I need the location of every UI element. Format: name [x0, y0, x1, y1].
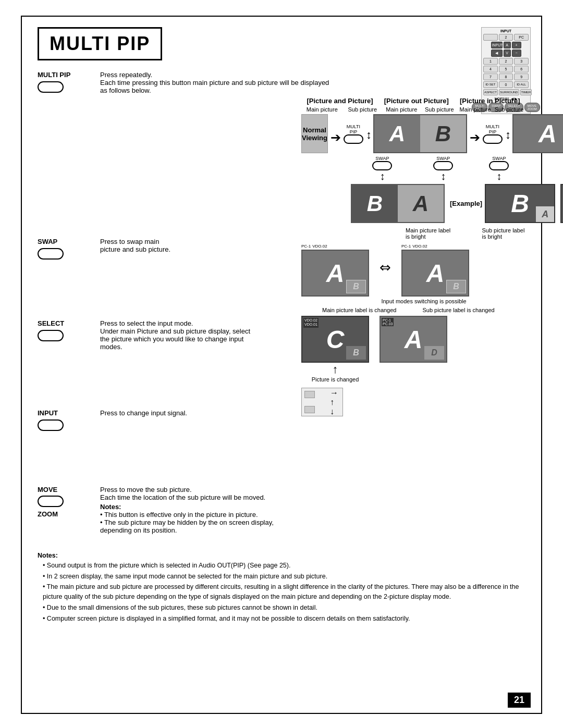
normal-row: Normal Viewing ➔ MULTIPIP ↕ A	[301, 114, 525, 153]
left-controls-area: SWAP Press to swap main picture and sub …	[38, 97, 301, 540]
sub-bright-label: Sub picture label is bright	[482, 227, 525, 240]
zoom-arrows: →↑↓	[330, 388, 338, 416]
pip-sub-labels: Main picture Sub picture	[458, 106, 525, 113]
remote-move-btn: MOVE ZOOM	[524, 103, 540, 112]
arrow-to-pop: ➔	[467, 130, 483, 145]
move-note1: • This button is effective only in the p…	[100, 511, 301, 519]
swap-label-pop: SWAP	[436, 156, 450, 161]
swap-pap-a-screen: A	[398, 185, 444, 222]
pop-outer-frame: A B	[512, 114, 563, 153]
remote-surround: SURROUND	[499, 89, 519, 95]
inp-right-area: PC-1 PC.03 A D	[380, 316, 447, 363]
select-the-text: the picture which you would like to chan…	[100, 335, 301, 343]
note1: • Sound output is from the picture which…	[38, 561, 525, 571]
page-number: 21	[508, 693, 531, 708]
swap-btn-pap[interactable]	[372, 161, 392, 170]
inp-vid-tag: VDO.02 VDO.01	[303, 318, 319, 328]
sel-tag-pc1b: PC-1	[401, 244, 411, 249]
move-button[interactable]	[38, 496, 64, 507]
multi-pip-section: MULTI PIP Press repeatedly. Each time pr…	[38, 71, 525, 94]
swap-pap-screens: B A	[351, 184, 445, 223]
pap-sub-screen: B	[420, 115, 466, 152]
swap-btn-pip[interactable]	[489, 161, 509, 170]
inp-c-screen: VDO.02 VDO.01 C B	[301, 316, 369, 363]
select-under-text: Under main Picture and sub picture displ…	[100, 327, 301, 335]
page-title: MULTI PIP	[50, 33, 150, 55]
swap-arrow-pap: ↕	[380, 170, 385, 182]
bright-labels-row: Main picture label is bright Sub picture…	[301, 227, 525, 240]
swap-pop-sub: A	[536, 206, 554, 222]
inp-a-letter: A	[405, 325, 423, 354]
inp-small-d: D	[424, 346, 444, 360]
swap-arrow-pip: ↕	[496, 170, 501, 182]
multi-pip-button[interactable]	[38, 81, 64, 93]
swap-pap-area: SWAP ↕	[351, 156, 414, 182]
inp-b-letter: B	[353, 348, 359, 357]
move-label-area: MOVE ZOOM	[38, 486, 100, 519]
swap-pap-a-letter: A	[413, 191, 429, 216]
press-repeatedly-text: Press repeatedly.	[100, 71, 525, 79]
spacer-bot	[38, 439, 301, 486]
remote-back-btn: ◀	[491, 50, 503, 57]
multipip-btn-pap-area: MULTIPIP	[344, 124, 363, 144]
remote-num-2: 2	[499, 58, 513, 65]
pop-screens: A B	[512, 114, 563, 153]
remote-a-btn: A	[504, 42, 511, 48]
select-button[interactable]	[38, 330, 64, 341]
remote-id-all: ID ALL	[514, 81, 529, 88]
right-diagrams-area: [Picture and Picture] [Picture out Pictu…	[301, 97, 525, 540]
move-section: MOVE ZOOM Press to move the sub picture.…	[38, 486, 301, 534]
remote-key-3: PC	[514, 34, 529, 41]
remote-id-set: ID SET	[483, 81, 498, 88]
each-time-text: Each time pressing this button main pict…	[100, 79, 525, 87]
multipip-small-btn1[interactable]	[344, 134, 363, 144]
move-text-area: Press to move the sub picture. Each time…	[100, 486, 301, 534]
swap-pip-screens: B A	[560, 184, 563, 223]
ud-arrow-pop: ↕	[505, 128, 511, 142]
ud-arrow-pap: ↕	[366, 128, 372, 142]
sel-right-area: PC-1 VDO.02 A B	[401, 244, 469, 297]
pip-main-label: Main picture	[460, 106, 491, 113]
swap-pip-area: SWAP ↕	[473, 156, 525, 182]
swap-button[interactable]	[38, 248, 64, 260]
remote-num-9: 9	[514, 73, 529, 80]
note4: • Due to the small dimensions of the sub…	[38, 603, 525, 613]
sel-main-screen2: A B	[401, 250, 469, 297]
spacer-top	[38, 97, 301, 238]
pop-header: [Picture out Picture]	[384, 97, 449, 105]
page-container: MULTI PIP INPUT 2 PC INPUT A + ◀ V − 1 2…	[21, 16, 542, 714]
pap-screen-pair: A B	[373, 114, 467, 153]
move-note2: • The sub picture may be hidden by the o…	[100, 519, 301, 534]
remote-key-1	[483, 34, 498, 41]
pap-header: [Picture and Picture]	[307, 97, 373, 105]
swap-btns-row: SWAP ↕ SWAP ↕ SWAP ↕	[301, 156, 525, 182]
inp-up-arrow: ↑	[301, 363, 369, 376]
swap-label-pap: SWAP	[375, 156, 389, 161]
h-double-arrow: ⇔	[380, 260, 391, 276]
input-text-area: Press to change input signal.	[100, 409, 301, 417]
normal-label1: Normal	[303, 126, 326, 134]
remote-minus-btn: −	[512, 50, 521, 57]
remote-num-0: 0	[499, 81, 513, 88]
inp-left-area: VDO.02 VDO.01 C B ↑ Picture is changed	[301, 316, 369, 382]
pap-b-letter: B	[435, 121, 451, 146]
pap-main-screen: A	[374, 115, 420, 152]
multipip-small-btn2[interactable]	[483, 134, 503, 144]
remote-input-btn: INPUT	[491, 42, 503, 48]
pop-a-letter: A	[538, 119, 557, 148]
arrow-to-pap: ➔	[328, 130, 344, 145]
input-button[interactable]	[38, 419, 64, 431]
swap-pap-b-letter: B	[367, 191, 383, 216]
swap-pop-screens: B A	[485, 184, 555, 223]
picture-changed-label: Picture is changed	[301, 376, 369, 382]
changed-labels-row: Main picture label is changed Sub pictur…	[301, 307, 525, 313]
remote-num-7: 7	[483, 73, 498, 80]
swap-pap-screen-pair: B A	[351, 184, 445, 223]
swap-btn-pop[interactable]	[433, 161, 453, 170]
multipip-small-label2: MULTIPIP	[486, 124, 499, 134]
input-press-text: Press to change input signal.	[100, 409, 301, 417]
input-section: INPUT Press to change input signal.	[38, 409, 301, 433]
main-changed-label: Main picture label is changed	[322, 307, 396, 313]
zoom-tl	[304, 391, 315, 398]
select-modes-text: modes.	[100, 343, 301, 351]
